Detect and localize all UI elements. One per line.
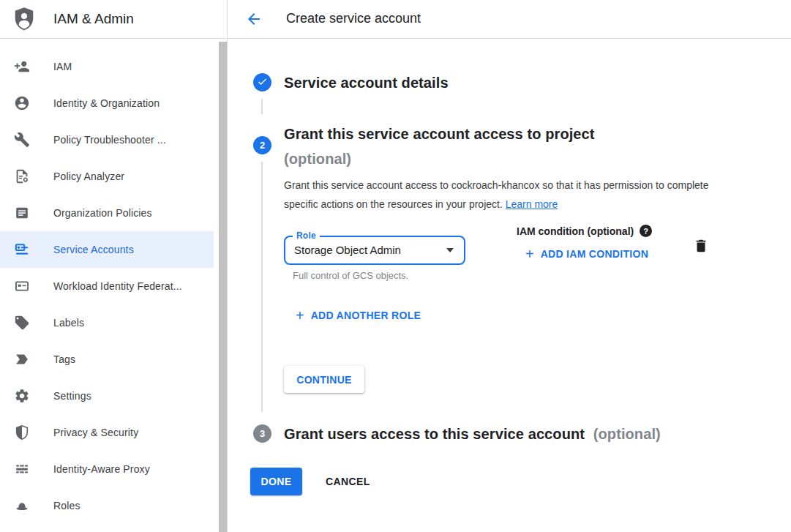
sidebar-item-label: IAM: [53, 61, 72, 72]
sidebar-item-label: Roles: [53, 500, 80, 512]
sidebar-item-settings[interactable]: Settings: [0, 378, 214, 414]
iam-condition-label: IAM condition (optional): [517, 225, 634, 237]
sidebar-item-labels[interactable]: Labels: [0, 304, 214, 341]
continue-button[interactable]: CONTINUE: [284, 366, 364, 393]
step3-title-text: Grant users access to this service accou…: [284, 426, 585, 442]
arrow-back-icon: [245, 19, 263, 30]
cancel-button[interactable]: CANCEL: [318, 468, 378, 495]
sidebar-item-identity-aware-proxy[interactable]: Identity-Aware Proxy: [0, 451, 214, 487]
sidebar-item-tags[interactable]: Tags: [0, 341, 214, 378]
plus-icon: +: [296, 308, 304, 323]
trash-icon: [693, 245, 709, 256]
iam-admin-shield-icon: [12, 7, 36, 33]
add-iam-condition-button[interactable]: + ADD IAM CONDITION: [525, 247, 648, 261]
document-icon: [13, 204, 31, 222]
sidebar-item-iam[interactable]: IAM: [0, 48, 214, 85]
step2-indicator: 2: [253, 136, 271, 154]
step2-title: Grant this service account access to pro…: [284, 123, 595, 145]
plus-icon: +: [525, 247, 534, 261]
account-circle-icon: [13, 94, 31, 112]
sidebar-item-privacy-security[interactable]: Privacy & Security: [0, 414, 214, 451]
sidebar-item-label: Organization Policies: [53, 207, 152, 219]
add-iam-condition-label: ADD IAM CONDITION: [541, 248, 648, 260]
sidebar-scrollbar-thumb[interactable]: [219, 42, 227, 532]
tag-arrow-icon: [13, 351, 31, 368]
main-panel: Create service account Service account d…: [228, 0, 791, 532]
step3-title: Grant users access to this service accou…: [284, 423, 661, 445]
step3-number: 3: [260, 428, 265, 439]
iam-condition-header: IAM condition (optional) ?: [517, 225, 652, 237]
step1-title: Service account details: [284, 72, 449, 94]
page-title: Create service account: [286, 0, 421, 37]
learn-more-link[interactable]: Learn more: [506, 198, 558, 210]
sidebar-item-roles[interactable]: Roles: [0, 487, 214, 524]
done-button[interactable]: DONE: [250, 468, 302, 495]
wrench-icon: [13, 131, 31, 149]
step3-title-optional: (optional): [593, 426, 661, 442]
sidebar-item-policy-analyzer[interactable]: Policy Analyzer: [0, 158, 214, 195]
check-icon: [257, 76, 268, 89]
role-helper-text: Full control of GCS objects.: [293, 270, 408, 281]
step3-indicator: 3: [253, 424, 271, 443]
sidebar-nav: IAM Identity & Organization Policy Troub…: [0, 39, 214, 524]
proxy-grid-icon: [13, 460, 31, 478]
card-icon: [13, 277, 31, 295]
sidebar-item-label: Service Accounts: [53, 244, 134, 255]
sidebar-item-identity-organization[interactable]: Identity & Organization: [0, 85, 214, 121]
sidebar-item-policy-troubleshooter[interactable]: Policy Troubleshooter ...: [0, 121, 214, 158]
dropdown-caret-icon: [446, 248, 454, 252]
delete-role-button[interactable]: [691, 237, 711, 256]
sidebar-item-workload-identity-federation[interactable]: Workload Identity Federat...: [0, 268, 214, 304]
role-select[interactable]: Role Storage Object Admin: [284, 236, 465, 265]
step-connector: [261, 99, 263, 114]
help-icon[interactable]: ?: [640, 225, 652, 237]
add-another-role-label: ADD ANOTHER ROLE: [311, 310, 421, 321]
sidebar: IAM & Admin IAM Identity & Organization …: [0, 0, 228, 532]
step1-completed-indicator: [253, 73, 271, 91]
question-glyph: ?: [643, 227, 648, 236]
step2-title-optional: (optional): [284, 148, 351, 170]
hat-icon: [13, 497, 31, 514]
sidebar-item-label: Identity-Aware Proxy: [53, 463, 150, 475]
page-topbar: Create service account: [228, 0, 791, 39]
back-button[interactable]: [244, 10, 264, 30]
sidebar-item-label: Tags: [53, 353, 75, 365]
sidebar-item-label: Policy Analyzer: [53, 171, 124, 182]
product-title: IAM & Admin: [53, 0, 134, 37]
sidebar-item-label: Identity & Organization: [53, 97, 160, 109]
sidebar-item-label: Workload Identity Federat...: [53, 280, 182, 292]
sidebar-item-label: Privacy & Security: [53, 427, 138, 438]
person-add-icon: [13, 58, 31, 75]
sidebar-item-label: Policy Troubleshooter ...: [53, 134, 166, 146]
policy-analyzer-icon: [13, 168, 31, 185]
sidebar-header: IAM & Admin: [0, 0, 227, 39]
step2-number: 2: [260, 140, 265, 151]
sidebar-item-label: Settings: [53, 390, 91, 402]
sidebar-item-service-accounts[interactable]: Service Accounts: [0, 231, 214, 268]
label-icon: [13, 314, 31, 331]
add-another-role-button[interactable]: + ADD ANOTHER ROLE: [296, 308, 421, 323]
shield-half-icon: [13, 424, 31, 441]
sidebar-item-label: Labels: [53, 317, 84, 329]
step2-description-text: Grant this service account access to coc…: [284, 179, 709, 210]
gear-icon: [13, 387, 31, 405]
gcp-console-window: IAM & Admin IAM Identity & Organization …: [0, 0, 791, 532]
step2-description: Grant this service account access to coc…: [284, 176, 712, 214]
step-connector: [261, 162, 263, 412]
sidebar-item-organization-policies[interactable]: Organization Policies: [0, 195, 214, 231]
role-selected-value: Storage Object Admin: [294, 237, 401, 263]
service-account-icon: [13, 241, 31, 258]
